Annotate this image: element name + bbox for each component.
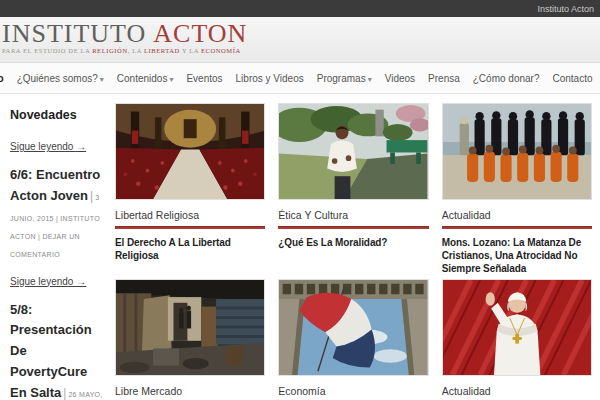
red-divider xyxy=(278,226,428,229)
article-category[interactable]: Libre Mercado xyxy=(115,385,265,397)
sidebar-post-meta[interactable]: 3 JUNIO, 2015 | INSTITUTO ACTON | DEJAR … xyxy=(10,194,100,258)
article-image-link[interactable] xyxy=(278,103,428,200)
nav-label: Programas xyxy=(317,73,366,84)
logo-tagline: PARA EL ESTUDIO DE LA RELIGIÓN, LA LIBER… xyxy=(2,48,600,55)
topbar-site-link[interactable]: Instituto Acton xyxy=(537,4,594,14)
article-image-link[interactable] xyxy=(442,103,592,200)
article-card: Ética Y Cultura ¿Qué Es La Moralidad? xyxy=(278,103,428,279)
article-grid: Libertad Religiosa El Derecho A La Liber… xyxy=(115,103,592,400)
red-divider xyxy=(115,226,265,229)
pope-benedict-photo xyxy=(443,280,591,375)
tagline-part: PARA EL ESTUDIO DE LA xyxy=(2,47,92,54)
sidebar-heading: Novedades xyxy=(10,108,105,122)
article-category[interactable]: Actualidad xyxy=(442,385,592,397)
chevron-down-icon: ▾ xyxy=(100,75,104,84)
nav-item-eventos[interactable]: Eventos xyxy=(186,73,222,84)
logo-word-acton: ACTON xyxy=(153,19,247,48)
nav-item-libros-y-videos[interactable]: Libros y Videos xyxy=(236,73,304,84)
nav-item-quienes-somos[interactable]: ¿Quiénes somos?▾ xyxy=(17,73,104,84)
sidebar-post: 5/8: Presentación De PovertyCure En Salt… xyxy=(10,300,105,400)
article-card: Economía La Auténtica Bomba De Tiempo xyxy=(278,279,428,400)
nav-item-contenidos[interactable]: Contenidos▾ xyxy=(117,73,174,84)
article-category[interactable]: Economía xyxy=(278,385,428,397)
chevron-down-icon: ▾ xyxy=(169,75,173,84)
article-card: Actualidad Benedicto XVI Y Una Interesan… xyxy=(442,279,592,400)
red-divider xyxy=(442,226,592,229)
tagline-part: , LA xyxy=(128,47,144,54)
tagline-part-economia: ECONOMÍA xyxy=(201,47,241,54)
cathedral-cardinals-photo xyxy=(116,104,264,199)
tagline-part-religion: RELIGIÓN xyxy=(92,47,128,54)
article-card: Libre Mercado La Economía De Mercado: Un xyxy=(115,279,265,400)
nav-item-contacto[interactable]: Contacto xyxy=(552,73,592,84)
french-flag-arch-photo xyxy=(279,280,427,375)
article-card: Actualidad Mons. Lozano: La Matanza De C… xyxy=(442,103,592,279)
site-logo[interactable]: INSTITUTOACTON PARA EL ESTUDIO DE LA REL… xyxy=(2,21,600,55)
article-category[interactable]: Libertad Religiosa xyxy=(115,209,265,221)
admin-topbar: Instituto Acton xyxy=(0,0,600,17)
read-more-link[interactable]: Sigue leyendo → xyxy=(10,141,86,152)
nav-item-prensa[interactable]: Prensa xyxy=(428,73,460,84)
nav-label: ¿Quiénes somos? xyxy=(17,73,98,84)
separator: | xyxy=(90,189,93,203)
nav-item-videos[interactable]: Videos xyxy=(385,73,415,84)
slum-shantytown-photo xyxy=(116,280,264,375)
tagline-part: Y LA xyxy=(180,47,201,54)
content-area: Novedades Sigue leyendo → 6/6: Encuentro… xyxy=(0,94,600,400)
article-image-link[interactable] xyxy=(278,279,428,376)
logo-text: INSTITUTOACTON xyxy=(2,21,600,47)
chevron-down-icon: ▾ xyxy=(368,75,372,84)
nav-item-como-donar[interactable]: ¿Cómo donar? xyxy=(473,73,540,84)
tagline-part-libertad: LIBERTAD xyxy=(144,47,180,54)
sidebar-post-title[interactable]: 5/8: Presentación De PovertyCure En Salt… xyxy=(10,302,92,400)
article-category[interactable]: Ética Y Cultura xyxy=(278,209,428,221)
site-header: INSTITUTOACTON PARA EL ESTUDIO DE LA REL… xyxy=(0,17,600,63)
article-card: Libertad Religiosa El Derecho A La Liber… xyxy=(115,103,265,279)
man-speaking-in-park-photo xyxy=(279,104,427,199)
nav-item-programas[interactable]: Programas▾ xyxy=(317,73,372,84)
main-nav: Inicio ¿Quiénes somos?▾ Contenidos▾ Even… xyxy=(0,63,600,94)
article-image-link[interactable] xyxy=(115,279,265,376)
prisoners-orange-jumpsuits-photo xyxy=(443,104,591,199)
nav-item-inicio[interactable]: Inicio xyxy=(0,73,4,84)
nav-label: Contenidos xyxy=(117,73,168,84)
sidebar-post-title[interactable]: 6/6: Encuentro Acton Joven xyxy=(10,167,100,203)
separator: | xyxy=(63,386,66,400)
news-sidebar: Novedades Sigue leyendo → 6/6: Encuentro… xyxy=(10,103,111,400)
article-category[interactable]: Actualidad xyxy=(442,209,592,221)
sidebar-post: 6/6: Encuentro Acton Joven|3 JUNIO, 2015… xyxy=(10,165,105,261)
article-image-link[interactable] xyxy=(442,279,592,376)
article-title[interactable]: El Derecho A La Libertad Religiosa xyxy=(115,236,265,262)
article-title[interactable]: Mons. Lozano: La Matanza De Cristianos, … xyxy=(442,236,592,275)
article-image-link[interactable] xyxy=(115,103,265,200)
article-title[interactable]: ¿Qué Es La Moralidad? xyxy=(278,236,428,249)
logo-word-instituto: INSTITUTO xyxy=(2,19,146,48)
read-more-link[interactable]: Sigue leyendo → xyxy=(10,276,86,287)
